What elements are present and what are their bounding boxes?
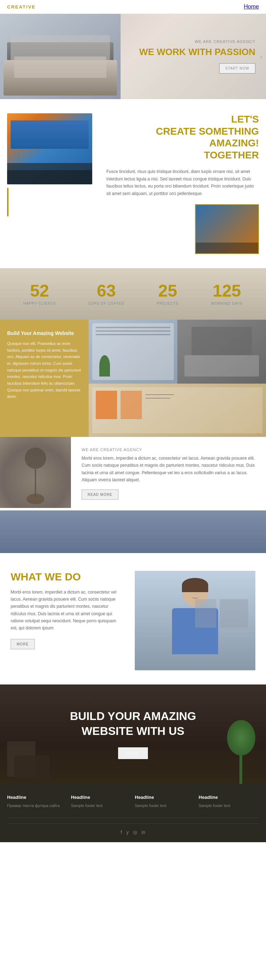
footer-col-3: Headline Sample footer text: [135, 795, 195, 809]
build-images: [89, 320, 266, 437]
whatwedo-left: WHAT WE DO Morbi eros lorem, imperdiet a…: [0, 571, 135, 670]
header: CREATIVE Home: [0, 0, 266, 14]
create-body-text: Fusce tincidunt, risus quis tristique ti…: [106, 168, 259, 197]
plant-decoration: [227, 720, 255, 784]
stat-projects-label: PROJECTS: [157, 302, 178, 305]
whatwedo-section: WHAT WE DO Morbi eros lorem, imperdiet a…: [0, 553, 266, 684]
build-website-body: Quisque non elit. Praesellus ac enim fac…: [7, 340, 82, 400]
whatwedo-more-button[interactable]: MORE: [11, 639, 35, 649]
footer-col-2-title: Headline: [71, 795, 131, 800]
stat-workind-number: 125: [211, 282, 243, 299]
build-text-box: Build Your Amazing Website Quisque non e…: [0, 320, 89, 437]
stat-happy-clients: 52 HAPPY CLIENTS: [24, 282, 56, 305]
stats-section: 52 HAPPY CLIENTS 63 CUPS OF COFFEE 25 PR…: [0, 268, 266, 320]
read-more-button[interactable]: READ MORE: [82, 490, 119, 500]
agency-content: WE ARE CREATIVE AGENCY Morbi eros lorem,…: [71, 437, 266, 511]
hero-cta-button[interactable]: START NOW: [219, 63, 255, 73]
create-small-image: [195, 204, 259, 254]
footer-col-2-text: Sample footer text: [71, 803, 131, 809]
stat-projects: 25 PROJECTS: [157, 282, 178, 305]
build-notebook-image: [89, 320, 177, 383]
agency-section: WE ARE CREATIVE AGENCY Morbi eros lorem,…: [0, 437, 266, 511]
social-facebook-icon[interactable]: f: [120, 829, 122, 835]
whatwedo-right: [135, 571, 266, 670]
footer: Headline Пример текста футера сайта Head…: [0, 784, 266, 843]
hero-image: [0, 14, 120, 99]
build-website-title: Build Your Amazing Website: [7, 330, 82, 336]
footer-col-2: Headline Sample footer text: [71, 795, 131, 809]
stat-cups-of-coffee: 63 CUPS OF COFFEE: [88, 282, 125, 305]
footer-col-3-text: Sample footer text: [135, 803, 195, 809]
build-dark-more-button[interactable]: MORE: [118, 747, 148, 759]
create-title: LET'S CREATE SOMETHING AMAZING! TOGETHER: [106, 113, 259, 161]
hero-subtitle: WE ARE CREATIVE AGENCY: [128, 40, 255, 44]
footer-col-4: Headline Sample footer text: [199, 795, 259, 809]
footer-col-1: Headline Пример текста футера сайта: [7, 795, 67, 809]
build-dark-title: BUILD YOUR AMAZING WEBSITE WITH US: [70, 709, 196, 738]
stat-projects-number: 25: [157, 282, 178, 299]
whatwedo-title: WHAT WE DO: [11, 571, 124, 583]
footer-col-4-title: Headline: [199, 795, 259, 800]
hero-title: WE WORK WITH PASSION: [128, 46, 255, 57]
hero-content: WE ARE CREATIVE AGENCY WE WORK WITH PASS…: [120, 32, 266, 81]
create-right: LET'S CREATE SOMETHING AMAZING! TOGETHER…: [99, 113, 266, 254]
footer-col-1-title: Headline: [7, 795, 67, 800]
footer-divider: [7, 817, 259, 818]
stat-happy-clients-number: 52: [24, 282, 56, 299]
stat-workind-days: 125 WORKIND DAYS: [211, 282, 243, 305]
build-dark-section: BUILD YOUR AMAZING WEBSITE WITH US MORE: [0, 684, 266, 784]
stat-cups-number: 63: [88, 282, 125, 299]
person-image: [135, 571, 255, 670]
create-bar: [7, 188, 8, 216]
footer-social: f y ◎ in: [7, 823, 259, 835]
hero-next-arrow[interactable]: ›: [260, 52, 263, 61]
footer-columns: Headline Пример текста футера сайта Head…: [7, 795, 259, 809]
logo: CREATIVE: [7, 4, 36, 10]
social-youtube-icon[interactable]: y: [126, 829, 129, 835]
build-laptop-image: [177, 320, 266, 383]
social-linkedin-icon[interactable]: in: [141, 829, 146, 835]
hero-section: WE ARE CREATIVE AGENCY WE WORK WITH PASS…: [0, 14, 266, 99]
build-whiteboard-image: [89, 383, 266, 437]
agency-image: [0, 437, 71, 508]
footer-col-3-title: Headline: [135, 795, 195, 800]
create-main-image: [7, 113, 92, 185]
footer-col-1-text: Пример текста футера сайта: [7, 803, 67, 809]
social-instagram-icon[interactable]: ◎: [133, 829, 137, 835]
city-section: [0, 511, 266, 553]
stat-cups-label: CUPS OF COFFEE: [88, 302, 125, 305]
main-nav: Home: [244, 3, 259, 10]
stat-happy-clients-label: HAPPY CLIENTS: [24, 302, 56, 305]
stat-workind-label: WORKIND DAYS: [211, 302, 243, 305]
whatwedo-body: Morbi eros lorem, imperdiet a dictum ac,…: [11, 589, 124, 632]
agency-body-text: Morbi eros lorem, imperdiet a dictum ac,…: [82, 455, 255, 484]
create-left: [0, 113, 99, 254]
footer-col-4-text: Sample footer text: [199, 803, 259, 809]
build-website-section: Build Your Amazing Website Quisque non e…: [0, 320, 266, 437]
create-section: LET'S CREATE SOMETHING AMAZING! TOGETHER…: [0, 99, 266, 268]
nav-home[interactable]: Home: [244, 3, 259, 10]
agency-subtitle: WE ARE CREATIVE AGENCY: [82, 447, 255, 452]
